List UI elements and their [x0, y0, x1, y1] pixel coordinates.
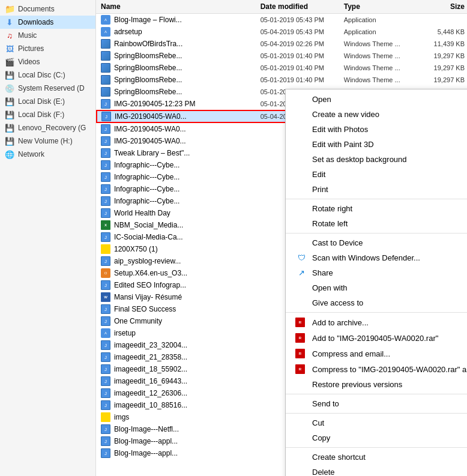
table-row[interactable]: SpringBloomsRebe... 05-01-2019 01:40 PM …	[96, 50, 467, 62]
ctx-label: Create shortcut	[312, 453, 467, 462]
file-icon-app: A	[101, 27, 110, 37]
sidebar-item-new-volume[interactable]: 💾 New Volume (H:)	[0, 134, 95, 148]
ctx-cast-device[interactable]: Cast to Device ›	[286, 235, 467, 250]
ctx-delete[interactable]: Delete	[286, 465, 467, 476]
ctx-separator	[286, 394, 467, 394]
ctx-label: Edit with Paint 3D	[312, 140, 467, 149]
ctx-label: Compress and email...	[312, 349, 467, 358]
file-icon-jpg: J	[101, 340, 110, 350]
file-name: IMG-20190405-WA0...	[114, 125, 186, 133]
file-icon-word: W	[101, 292, 110, 302]
file-type: Windows Theme ...	[342, 76, 425, 84]
file-name: Infographic---Cybe...	[114, 197, 179, 205]
file-name: imageedit_21_28358...	[114, 353, 187, 361]
sidebar-item-documents[interactable]: 📁 Documents	[0, 2, 95, 16]
file-type: Windows Theme ...	[342, 64, 425, 72]
table-row[interactable]: A Blog-Image – Flowi... 05-01-2019 05:43…	[96, 14, 467, 26]
sidebar-item-network[interactable]: 🌐 Network	[0, 148, 95, 161]
context-menu: Open Create a new video Edit with Photos…	[285, 89, 467, 476]
ctx-create-video[interactable]: Create a new video	[286, 107, 467, 122]
file-name: RainbowOfBirdsTra...	[114, 40, 182, 48]
videos-icon: 🎬	[5, 57, 14, 67]
table-row[interactable]: RainbowOfBirdsTra... 05-04-2019 02:26 PM…	[96, 38, 467, 50]
sidebar: 📁 Documents ⬇ Downloads ♫ Music 🖼 Pictur…	[0, 0, 96, 476]
table-row[interactable]: SpringBloomsRebe... 05-01-2019 01:40 PM …	[96, 62, 467, 74]
ctx-compress-email[interactable]: R Compress and email...	[286, 346, 467, 361]
sidebar-item-label: Network	[18, 150, 44, 158]
ctx-create-shortcut[interactable]: Create shortcut	[286, 450, 467, 465]
sidebar-item-lenovo[interactable]: 💾 Lenovo_Recovery (G	[0, 121, 95, 134]
file-size: 11,439 KB	[425, 40, 467, 48]
file-name: imageedit_10_88516...	[114, 401, 187, 409]
network-icon: 🌐	[5, 149, 14, 159]
ctx-compress-rar-email[interactable]: R Compress to "IMG-20190405-WA0020.rar" …	[286, 361, 467, 377]
file-type: Application	[342, 28, 425, 36]
col-header-size[interactable]: Size	[425, 1, 467, 12]
file-name: NBM_Social_Media...	[114, 221, 183, 229]
file-size: 19,297 KB	[425, 76, 467, 84]
file-name: imageedit_18_55902...	[114, 365, 187, 373]
sidebar-item-downloads[interactable]: ⬇ Downloads	[0, 16, 95, 29]
file-type: Windows Theme ...	[342, 52, 425, 60]
sidebar-item-videos[interactable]: 🎬 Videos	[0, 55, 95, 68]
rar-icon: R	[295, 333, 307, 343]
pictures-icon: 🖼	[5, 44, 14, 53]
ctx-edit-paint3d[interactable]: Edit with Paint 3D	[286, 137, 467, 152]
file-name: imgs	[114, 413, 129, 421]
ctx-rotate-right[interactable]: Rotate right	[286, 201, 467, 216]
sidebar-item-local-e[interactable]: 💾 Local Disk (E:)	[0, 95, 95, 108]
drive-icon: 💾	[5, 70, 14, 80]
drive-icon: 💾	[5, 123, 14, 133]
ctx-edit[interactable]: Edit	[286, 167, 467, 182]
file-name: SpringBloomsRebe...	[114, 52, 182, 60]
col-header-name[interactable]: Name	[96, 1, 258, 12]
file-icon-theme	[101, 87, 110, 97]
ctx-rotate-left[interactable]: Rotate left	[286, 216, 467, 231]
file-name: Blog-Image---appl...	[114, 449, 178, 457]
file-name: IMG-20190405-WA0...	[115, 112, 187, 121]
ctx-scan-defender[interactable]: 🛡 Scan with Windows Defender...	[286, 250, 467, 265]
col-header-date[interactable]: Date modified	[258, 1, 342, 12]
ctx-share[interactable]: ↗ Share	[286, 265, 467, 280]
file-icon-jpg: J	[101, 196, 110, 206]
ctx-add-rar[interactable]: R Add to "IMG-20190405-WA0020.rar"	[286, 330, 467, 346]
file-name: Setup.X64.en-us_O3...	[114, 269, 187, 277]
file-icon-jpg: J	[101, 352, 110, 362]
sidebar-item-local-f[interactable]: 💾 Local Disk (F:)	[0, 108, 95, 121]
ctx-send-to[interactable]: Send to ›	[286, 396, 467, 411]
file-date: 05-04-2019 02:26 PM	[258, 40, 342, 48]
table-row[interactable]: SpringBloomsRebe... 05-01-2019 01:40 PM …	[96, 74, 467, 86]
ctx-label: Delete	[312, 468, 467, 476]
sidebar-item-music[interactable]: ♫ Music	[0, 29, 95, 42]
ctx-cut[interactable]: Cut	[286, 415, 467, 430]
file-name: World Health Day	[114, 209, 170, 217]
ctx-set-desktop-bg[interactable]: Set as desktop background	[286, 152, 467, 167]
ctx-add-archive[interactable]: R Add to archive...	[286, 315, 467, 330]
sidebar-item-pictures[interactable]: 🖼 Pictures	[0, 42, 95, 55]
file-icon-jpg: J	[101, 112, 111, 121]
ctx-print[interactable]: Print	[286, 182, 467, 197]
file-name: Blog-Image – Flowi...	[114, 16, 182, 24]
file-icon-jpg: J	[101, 160, 110, 170]
sidebar-item-local-c[interactable]: 💾 Local Disc (C:)	[0, 68, 95, 82]
ctx-copy[interactable]: Copy	[286, 430, 467, 445]
file-type: Application	[342, 16, 425, 24]
ctx-label: Rotate right	[312, 204, 467, 213]
file-icon-jpg: J	[101, 256, 110, 266]
download-folder-icon: ⬇	[5, 17, 14, 27]
ctx-restore-versions[interactable]: Restore previous versions	[286, 377, 467, 392]
file-icon-theme	[101, 63, 110, 73]
col-header-type[interactable]: Type	[342, 1, 425, 12]
ctx-open[interactable]: Open	[286, 92, 467, 107]
sidebar-item-system-reserved[interactable]: 💿 System Reserved (D	[0, 82, 95, 95]
ctx-give-access[interactable]: Give access to ›	[286, 295, 467, 310]
file-name: IMG-20190405-12:23 PM	[114, 100, 195, 108]
table-row[interactable]: A adrsetup 05-04-2019 05:43 PM Applicati…	[96, 26, 467, 38]
ctx-edit-photos[interactable]: Edit with Photos	[286, 122, 467, 137]
file-size: 5,448 KB	[425, 28, 467, 36]
ctx-open-with[interactable]: Open with ›	[286, 280, 467, 295]
ctx-label: Give access to	[312, 298, 467, 307]
sidebar-item-label: Lenovo_Recovery (G	[18, 124, 86, 132]
ctx-label: Open	[312, 95, 467, 104]
drive-icon: 💿	[5, 83, 14, 93]
